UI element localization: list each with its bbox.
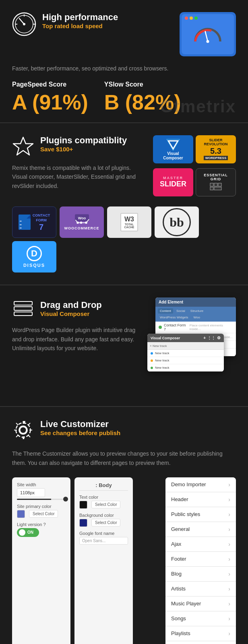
menu-item-ajax-label: Ajax (171, 541, 181, 547)
vc-secondary-toolbar: + New track (147, 342, 224, 350)
menu-item-header[interactable]: Header › (165, 492, 236, 507)
width-slider[interactable] (17, 499, 66, 500)
eg-wp-icon (210, 182, 221, 191)
menu-item-general[interactable]: General › (165, 522, 236, 537)
dnd-screenshot: Add Element Content Social Structure Wor… (147, 297, 236, 386)
menu-item-songs[interactable]: Songs › (165, 611, 236, 626)
master-slider-logo: MASTER SLIDER (153, 168, 193, 196)
menu-item-podcasts[interactable]: Podcasts › (165, 641, 236, 644)
w3-total-cache-logo: W3 TOTALCACHE (107, 206, 151, 238)
vc-header: Add Element (155, 297, 236, 307)
disqus-d-circle: D (27, 246, 42, 261)
plugins-description: Remix theme is compatible with a lot of … (12, 163, 141, 190)
customizer-description: The Theme Customizer allows you to previ… (12, 449, 236, 467)
menu-item-general-label: General (171, 526, 190, 532)
panel-mid-title: : Body (79, 482, 128, 491)
w3-title: W3 (124, 216, 134, 223)
ms-text-slider: SLIDER (160, 180, 186, 188)
chevron-right-icon: › (228, 586, 230, 592)
menu-item-footer[interactable]: Footer › (165, 552, 236, 567)
primary-color-btn[interactable]: Select Color (29, 510, 58, 518)
light-version-toggle[interactable]: ON (17, 528, 39, 537)
vc-tab-social: Social (174, 308, 187, 314)
svg-rect-16 (214, 187, 221, 190)
woocommerce-logo: Woo WOOCOMMERCE (60, 206, 104, 238)
bb-circle: bb (163, 208, 191, 236)
text-color-field: Text color Select Color (79, 495, 128, 509)
svg-rect-24 (14, 312, 32, 316)
buddypress-logo: bb (155, 206, 199, 238)
chevron-right-icon: › (228, 541, 230, 547)
vc-secondary-header: Visual Composer + ⋮⋮ ⚙ (147, 334, 224, 342)
performance-title: High performance (42, 12, 118, 23)
chevron-right-icon: › (228, 481, 230, 488)
vc-tab-woo: Woo (192, 315, 202, 320)
dnd-description: WordPress Page Builder plugin with intui… (12, 326, 139, 353)
contact-form-logo: ━━━ CONTACTFORM 7 (12, 206, 56, 238)
w3-subtitle: TOTALCACHE (124, 223, 134, 229)
svg-line-7 (205, 31, 208, 41)
speedometer-icon (12, 12, 36, 36)
woo-icon: Woo (75, 214, 89, 225)
svg-line-30 (16, 423, 18, 425)
vc-window-secondary: Visual Composer + ⋮⋮ ⚙ + New track New t… (147, 334, 224, 372)
bg-color-swatch (79, 519, 87, 527)
star-icon (12, 135, 34, 157)
menu-item-blog[interactable]: Blog › (165, 567, 236, 582)
customizer-menu: Demo Importer › Header › Public styles ›… (165, 477, 236, 644)
plugins-title-block: Plugins compatiblity Save $100+ (40, 135, 127, 153)
text-color-label: Text color (79, 495, 128, 500)
primary-color-swatch (17, 510, 25, 518)
menu-item-public-styles[interactable]: Public styles › (165, 507, 236, 522)
chevron-right-icon: › (228, 615, 230, 622)
site-width-input[interactable]: 1108px (17, 488, 45, 497)
performance-title-block: High performance Top rated load speed (42, 12, 118, 29)
menu-item-playlists[interactable]: Playlists › (165, 626, 236, 641)
vc-tab-wp: WordPress Widgets (158, 315, 190, 320)
vc-tab-content: Content (158, 308, 173, 314)
menu-item-music-player[interactable]: Music Player › (165, 597, 236, 611)
google-font-field: Google font name Open Sans... (79, 531, 128, 545)
bg-color-label: Background color (79, 513, 128, 518)
dnd-title-block: Drag and Drop Visual Composer (40, 300, 102, 317)
cf-icon: ━━━ (19, 215, 31, 230)
chevron-right-icon: › (228, 630, 230, 637)
sr-title: SLIDERREVOLUTION (204, 138, 227, 147)
svg-rect-14 (218, 183, 221, 186)
performance-section: High performance Top rated load speed (0, 0, 248, 123)
chevron-right-icon: › (228, 511, 230, 518)
menu-item-ajax[interactable]: Ajax › (165, 537, 236, 552)
toggle-label: ON (27, 530, 33, 535)
svg-text:Woo: Woo (78, 216, 86, 220)
text-color-btn[interactable]: Select Color (91, 501, 120, 508)
google-font-input[interactable]: Open Sans... (79, 537, 128, 545)
panel-body-settings: : Body Text color Select Color Backgroun… (74, 477, 133, 644)
site-width-field: Site width 1108px (17, 482, 66, 500)
gtmetrix-watermark: Gtmetrix (160, 97, 236, 116)
dnd-title: Drag and Drop (40, 300, 102, 310)
disqus-text: DISQUS (23, 263, 45, 268)
menu-item-demo-importer[interactable]: Demo Importer › (165, 477, 236, 492)
svg-rect-12 (210, 183, 213, 186)
customizer-panels: Site width 1108px Site primary color Se (12, 477, 159, 644)
site-width-label: Site width (17, 482, 66, 487)
bg-color-btn[interactable]: Select Color (91, 519, 120, 526)
yslow-label: YSlow Score (104, 81, 181, 88)
disqus-d: D (31, 248, 37, 259)
menu-item-playlists-label: Playlists (171, 630, 190, 636)
vc-icon (166, 138, 180, 151)
chevron-right-icon: › (228, 526, 230, 533)
plugins-subtitle: Save $100+ (40, 146, 127, 153)
menu-item-songs-label: Songs (171, 615, 186, 621)
performance-browser-image (180, 12, 236, 56)
svg-rect-23 (14, 307, 32, 310)
chevron-right-icon: › (228, 496, 230, 503)
pagespeed-value: A (91%) (12, 90, 88, 114)
w3-box: W3 TOTALCACHE (120, 213, 138, 231)
primary-color-label: Site primary color (17, 504, 66, 509)
dnd-subtitle: Visual Composer (40, 310, 102, 317)
pagespeed-label: PageSpeed Score (12, 81, 88, 88)
customizer-subtitle: See changes before publish (40, 429, 120, 436)
menu-item-artists[interactable]: Artists › (165, 582, 236, 597)
customizer-title: Live Customizer (40, 419, 120, 429)
